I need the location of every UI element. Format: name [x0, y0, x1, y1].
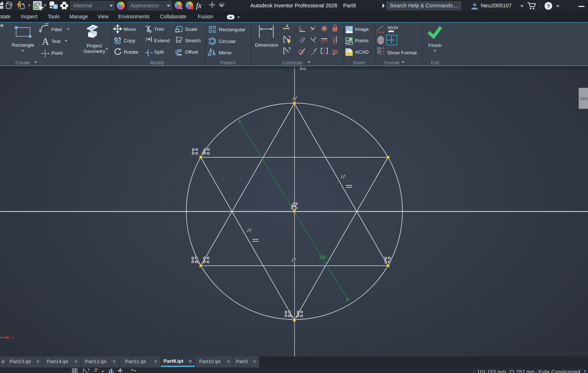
svg-text:Appearance: Appearance [130, 3, 159, 8]
svg-text:?: ? [547, 3, 550, 9]
svg-text:Material: Material [73, 3, 92, 8]
svg-text:100: 100 [319, 255, 326, 260]
svg-text:x: x [11, 335, 13, 340]
svg-text:A: A [42, 36, 49, 47]
svg-text:H(x)H: H(x)H [388, 25, 398, 30]
svg-text:fx: fx [196, 1, 202, 10]
svg-text:FRO: FRO [580, 97, 588, 101]
